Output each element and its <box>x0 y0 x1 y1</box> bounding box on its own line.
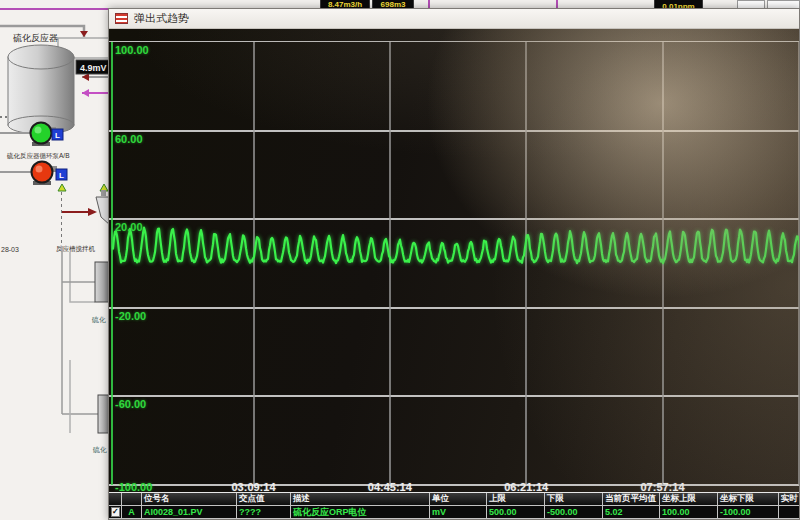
window-title: 弹出式趋势 <box>134 11 189 26</box>
column-header: 描述 <box>291 493 430 506</box>
flow-arrow-down <box>80 31 88 37</box>
pump-b-interlock-badge[interactable]: L <box>56 169 67 180</box>
y-tick-label: 20.00 <box>115 221 143 233</box>
column-header: 实时 <box>779 493 799 506</box>
equipment-2-label: 硫化 <box>92 446 107 454</box>
column-header: 坐标下限 <box>718 493 779 506</box>
row-checkbox-cell: ✓ <box>109 506 122 519</box>
trend-curve <box>109 29 799 493</box>
pump-b[interactable] <box>32 162 58 186</box>
trend-window: 弹出式趋势 100.0060.0020.00-20.00-60.00-100.0… <box>108 8 800 520</box>
curve-column-header <box>122 493 142 506</box>
desktop: 8.47m3/h 698m3 0.01ppm <box>0 0 800 520</box>
column-header: 位号名 <box>142 493 237 506</box>
reactor-tank[interactable] <box>8 45 74 134</box>
column-header: 下限 <box>545 493 603 506</box>
select-column-header <box>109 493 122 506</box>
alarm-triangle-icon <box>100 184 108 191</box>
orp-readout-value: 4.9mV <box>80 63 107 73</box>
row-value-cell: -100.00 <box>718 506 779 519</box>
pump-group-label: 硫化反应器循环泵A/B <box>6 152 69 160</box>
svg-text:L: L <box>59 171 64 180</box>
y-tick-label: -60.00 <box>115 398 146 410</box>
column-header: 坐标上限 <box>660 493 718 506</box>
y-tick-label: 60.00 <box>115 133 143 145</box>
row-value-cell: mV <box>430 506 487 519</box>
trend-legend-table: 位号名交点值描述单位上限下限当前页平均值坐标上限坐标下限实时✓AAI0028_0… <box>109 492 799 519</box>
y-tick-label: 100.00 <box>115 44 149 56</box>
window-titlebar[interactable]: 弹出式趋势 <box>109 9 799 29</box>
reactor-label: 硫化反应器 <box>13 33 58 43</box>
column-header: 当前页平均值 <box>603 493 660 506</box>
row-value-cell: ???? <box>237 506 291 519</box>
flow-arrow-right <box>88 208 97 216</box>
trend-document-icon <box>115 13 128 24</box>
orp-readout: 4.9mV <box>76 60 110 74</box>
row-value-cell: 5.02 <box>603 506 660 519</box>
row-checkbox[interactable]: ✓ <box>111 507 120 517</box>
svg-text:L: L <box>55 131 60 140</box>
row-value-cell <box>779 506 799 519</box>
process-diagram: 硫化反应器 4.9mV L 硫化反应器循环泵A/B L <box>0 0 110 520</box>
row-value-cell: -500.00 <box>545 506 603 519</box>
trend-chart-plot[interactable]: 100.0060.0020.00-20.00-60.00-100.00 03:0… <box>109 29 799 493</box>
equipment-1-label: 硫化 <box>91 316 106 324</box>
column-header: 单位 <box>430 493 487 506</box>
pipe <box>70 252 95 302</box>
curve-id-cell: A <box>122 506 142 519</box>
tag-label: 28-03 <box>1 246 19 253</box>
row-value-cell: 硫化反应ORP电位 <box>291 506 430 519</box>
table-row[interactable]: ✓AAI0028_01.PV????硫化反应ORP电位mV500.00-500.… <box>109 506 799 519</box>
row-value-cell: AI0028_01.PV <box>142 506 237 519</box>
alarm-triangle-icon <box>58 184 66 191</box>
row-value-cell: 500.00 <box>487 506 545 519</box>
pump-a-interlock-badge[interactable]: L <box>52 129 63 140</box>
table-header-row: 位号名交点值描述单位上限下限当前页平均值坐标上限坐标下限实时 <box>109 493 799 506</box>
y-tick-label: -20.00 <box>115 310 146 322</box>
flow-arrow-left-magenta <box>82 89 89 97</box>
trend-curve-line <box>113 228 799 264</box>
row-value-cell: 100.00 <box>660 506 718 519</box>
column-header: 上限 <box>487 493 545 506</box>
column-header: 交点值 <box>237 493 291 506</box>
